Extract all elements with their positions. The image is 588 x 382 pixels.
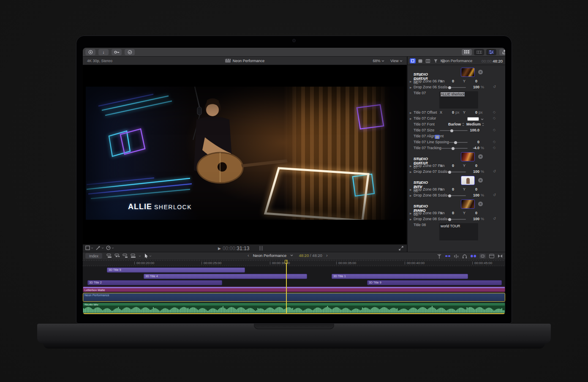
disclosure-triangle-icon[interactable]: ▶ — [410, 194, 412, 197]
dropzone-thumbnail[interactable] — [461, 199, 475, 209]
previous-project-button[interactable]: ‹ — [248, 253, 249, 258]
import-media-button[interactable] — [85, 49, 95, 55]
disclosure-triangle-icon[interactable]: ▶ — [410, 86, 412, 89]
keyword-button[interactable] — [112, 49, 122, 55]
reset-icon[interactable]: ◇ — [493, 146, 495, 150]
audio-meters[interactable] — [259, 246, 263, 251]
dropzone-thumbnail[interactable] — [461, 152, 475, 161]
clip-3d-title-4[interactable]: 3D Title 4 — [144, 274, 307, 279]
disclosure-triangle-icon[interactable]: ▶ — [410, 80, 412, 83]
viewer-zoom-menu[interactable]: 68% — [373, 59, 385, 63]
append-edit-icon[interactable] — [122, 254, 128, 258]
clip-3d-title-9[interactable]: 3D Title 9 — [367, 280, 502, 285]
remove-dropzone-button[interactable]: × — [478, 154, 483, 159]
x-value-field[interactable]: 0 — [443, 211, 454, 215]
favorite-check-button[interactable] — [125, 49, 135, 55]
x-value-field[interactable]: 0 — [443, 187, 454, 191]
chevron-down-icon[interactable] — [481, 117, 484, 121]
remove-dropzone-button[interactable]: × — [478, 202, 483, 206]
font-family-menu[interactable]: Barlow — [437, 122, 461, 126]
share-button[interactable] — [499, 49, 505, 55]
y-value-field[interactable]: 0 — [466, 187, 477, 191]
reset-icon[interactable]: ◇ — [493, 110, 495, 114]
scale-value-field[interactable]: 100 — [466, 85, 479, 89]
scale-slider[interactable] — [440, 195, 466, 196]
fullscreen-button[interactable] — [399, 246, 403, 251]
viewer-view-menu[interactable]: View — [390, 59, 403, 63]
clip-neon-performance[interactable]: Neon Performance — [83, 293, 505, 302]
index-button[interactable]: Index — [85, 253, 102, 259]
reset-icon[interactable]: ↺ — [493, 85, 496, 89]
scale-value-field[interactable]: 100 — [466, 169, 479, 174]
transitions-browser-icon[interactable] — [498, 254, 503, 258]
inspector-toggle-button[interactable] — [486, 49, 496, 55]
parameter-value-field[interactable]: 100.0 — [466, 128, 479, 132]
dropzone-thumbnail[interactable] — [461, 68, 475, 77]
scale-slider[interactable] — [440, 87, 466, 88]
disclosure-triangle-icon[interactable]: ▶ — [410, 218, 412, 221]
overwrite-edit-icon[interactable] — [131, 254, 136, 258]
scale-slider[interactable] — [440, 219, 466, 220]
y-value-field[interactable]: 0 — [466, 110, 477, 115]
disclosure-triangle-icon[interactable]: ▶ — [410, 188, 412, 191]
viewer-canvas[interactable]: ALLIESHERLOCK — [83, 65, 407, 244]
audio-skimming-icon[interactable] — [454, 254, 459, 259]
parameter-value-field[interactable]: -4.0 — [466, 146, 479, 150]
reset-icon[interactable]: ↺ — [493, 169, 496, 173]
scale-slider[interactable] — [440, 172, 466, 172]
dropzone-thumbnail[interactable] — [461, 176, 475, 185]
reset-icon[interactable]: ↺ — [493, 193, 496, 197]
retime-menu-button[interactable] — [106, 246, 114, 250]
title-text-field[interactable]: world TOUR — [439, 223, 478, 240]
reset-icon[interactable]: ◇ — [493, 128, 495, 132]
next-project-button[interactable]: › — [326, 253, 328, 258]
clip-3d-title-1[interactable]: 3D Title 1 — [332, 274, 468, 279]
x-value-field[interactable]: 0 — [443, 79, 454, 83]
weight-stepper-icon[interactable] — [482, 123, 484, 127]
title-text-field[interactable]: ALLIE sherlock — [439, 91, 478, 109]
reset-icon[interactable]: ◇ — [493, 140, 495, 144]
play-button[interactable]: ▶ — [218, 246, 221, 251]
download-button[interactable]: ↓ — [98, 49, 109, 55]
tool-selector[interactable] — [144, 254, 152, 258]
insert-edit-icon[interactable] — [114, 254, 120, 258]
reset-icon[interactable]: ↺ — [493, 217, 496, 221]
timeline-toggle-button[interactable] — [474, 49, 484, 55]
parameter-slider[interactable] — [440, 142, 468, 143]
skimming-icon[interactable] — [445, 254, 450, 258]
parameter-slider[interactable] — [440, 130, 468, 131]
disclosure-triangle-icon[interactable]: ▶ — [410, 111, 412, 114]
scale-value-field[interactable]: 100 — [466, 217, 479, 221]
playhead-handle[interactable] — [285, 260, 288, 264]
chevron-down-icon[interactable] — [139, 255, 141, 257]
font-stepper-icon[interactable] — [462, 123, 464, 127]
x-value-field[interactable]: 0 — [443, 164, 454, 168]
chevron-down-icon[interactable] — [290, 254, 293, 256]
scale-value-field[interactable]: 100 — [466, 193, 479, 197]
clip-letterbox-matte[interactable]: Letterbox Matte — [83, 286, 505, 292]
font-weight-menu[interactable]: Medium — [466, 122, 481, 126]
y-value-field[interactable]: 0 — [466, 164, 477, 168]
y-value-field[interactable]: 0 — [466, 79, 477, 83]
parameter-value-field[interactable]: 0 — [466, 140, 479, 144]
disclosure-triangle-icon[interactable]: ▶ — [410, 212, 412, 215]
timeline-ruler[interactable]: 00:00:20:0000:00:25:0000:00:30:0000:00:3… — [83, 259, 505, 266]
parameter-slider[interactable] — [440, 148, 468, 149]
trim-tool-icon[interactable] — [437, 254, 442, 259]
reset-icon[interactable]: ◇ — [493, 116, 495, 120]
color-well[interactable] — [467, 117, 479, 121]
disclosure-triangle-icon[interactable]: ▶ — [410, 117, 412, 120]
timeline-project-name[interactable]: Neon Performance — [253, 253, 287, 258]
y-value-field[interactable]: 0 — [466, 211, 477, 215]
disclosure-triangle-icon[interactable]: ▶ — [410, 164, 412, 167]
clip-3d-title-5[interactable]: 3D Title 5 — [107, 267, 245, 273]
solo-headphones-icon[interactable] — [462, 254, 467, 259]
x-value-field[interactable]: 0 — [443, 110, 454, 115]
remove-dropzone-button[interactable]: × — [478, 178, 483, 183]
enhancements-menu-button[interactable] — [95, 246, 104, 250]
remove-dropzone-button[interactable]: × — [478, 70, 483, 74]
feedback-button-icon[interactable] — [479, 254, 486, 259]
connect-edit-icon[interactable] — [106, 254, 112, 258]
clip-studio-mix[interactable]: Studio Mix — [83, 303, 505, 313]
snapping-icon[interactable] — [471, 254, 476, 258]
